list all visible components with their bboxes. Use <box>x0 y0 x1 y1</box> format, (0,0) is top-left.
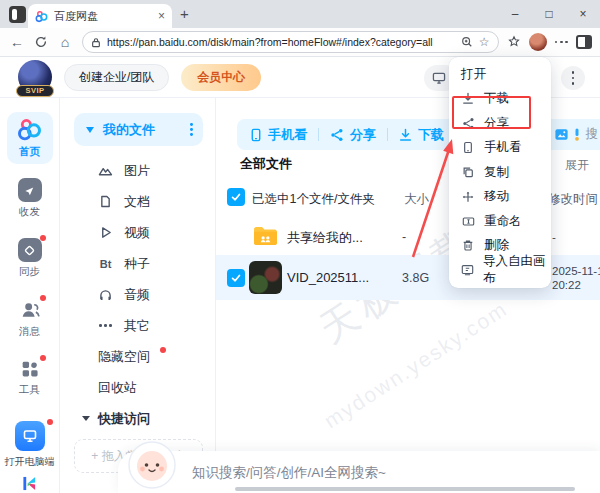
browser-tab[interactable]: 百度网盘 × <box>28 4 172 28</box>
column-header-modified[interactable]: 修改时间 <box>548 191 598 208</box>
video-icon <box>98 226 113 239</box>
menu-item-copy[interactable]: 复制 <box>449 160 551 185</box>
audio-icon <box>98 289 113 301</box>
nav-item-videos[interactable]: 视频 <box>74 217 203 248</box>
notification-dot <box>47 419 53 425</box>
chevron-down-icon <box>82 416 90 421</box>
menu-label: 手机看 <box>484 139 522 156</box>
expand-link[interactable]: 展开 <box>565 157 589 174</box>
new-tab-button[interactable]: + <box>180 5 189 22</box>
baidu-pan-logo-icon <box>17 117 42 142</box>
download-icon <box>461 92 475 105</box>
ai-mascot-icon <box>126 439 178 491</box>
rail-label-messages: 消息 <box>19 325 40 339</box>
nav-label: 种子 <box>124 255 150 273</box>
ai-search-placeholder[interactable]: 知识搜索/问答/创作/AI全网搜索~ <box>192 464 386 482</box>
shared-folder-icon <box>252 225 279 247</box>
url-text[interactable]: https://pan.baidu.com/disk/main?from=hom… <box>107 36 455 48</box>
phone-view-button[interactable]: 手机看 <box>250 126 307 144</box>
refresh-icon[interactable] <box>34 35 48 49</box>
rail-item-sync[interactable]: 同步 <box>7 233 53 284</box>
notification-dot <box>40 235 46 241</box>
nav-item-documents[interactable]: 文档 <box>74 186 203 217</box>
rail-item-messages[interactable]: 消息 <box>7 293 53 344</box>
rail-bottom: 打开电脑端 <box>5 421 55 493</box>
rail-item-tools[interactable]: 工具 <box>7 353 53 402</box>
my-files-more-icon[interactable] <box>190 123 193 136</box>
member-center-button[interactable]: 会员中心 <box>181 64 261 91</box>
nav-item-audio[interactable]: 音频 <box>74 279 203 310</box>
vip-search-icon[interactable] <box>573 127 581 142</box>
bt-icon: Bt <box>98 258 113 270</box>
image-search-icon[interactable] <box>554 127 569 142</box>
nav-my-files[interactable]: 我的文件 <box>74 113 203 146</box>
home-icon[interactable]: ⌂ <box>56 34 74 50</box>
user-avatar[interactable]: SVIP <box>18 60 52 94</box>
file-modified: - <box>552 230 556 244</box>
file-size: 3.8G <box>402 271 429 285</box>
back-icon[interactable]: ← <box>8 34 26 50</box>
menu-item-rename[interactable]: 重命名 <box>449 209 551 234</box>
create-team-button[interactable]: 创建企业/团队 <box>64 64 169 91</box>
open-pc-client-icon[interactable] <box>15 421 45 451</box>
favorite-star-icon[interactable]: ☆ <box>479 35 490 49</box>
file-name[interactable]: 共享给我的... <box>287 229 363 247</box>
nav-item-others[interactable]: 其它 <box>74 310 203 341</box>
nav-label: 音频 <box>124 286 150 304</box>
download-icon <box>399 128 412 142</box>
nav-item-torrents[interactable]: Bt 种子 <box>74 248 203 279</box>
trash-icon <box>461 239 475 252</box>
file-name[interactable]: VID_202511... <box>287 270 369 285</box>
baidu-pan-favicon <box>35 10 48 23</box>
menu-item-open[interactable]: 打开 <box>449 62 551 87</box>
rail-item-transfer[interactable]: 收发 <box>7 173 53 224</box>
select-all-checkbox[interactable] <box>227 188 245 206</box>
menu-item-move[interactable]: 移动 <box>449 185 551 210</box>
maximize-button[interactable]: □ <box>532 0 566 28</box>
nav-label: 图片 <box>124 162 150 180</box>
modified-time: 20:22 <box>552 279 581 291</box>
collections-icon[interactable] <box>507 35 521 49</box>
menu-item-share[interactable]: 分享 <box>449 111 551 136</box>
share-button[interactable]: 分享 <box>330 126 376 144</box>
separator <box>387 128 388 141</box>
copy-icon <box>461 166 475 178</box>
send-receive-icon <box>18 178 42 202</box>
download-button[interactable]: 下载 <box>399 126 444 144</box>
menu-label: 打开 <box>461 66 486 83</box>
address-bar[interactable]: https://pan.baidu.com/disk/main?from=hom… <box>82 31 499 53</box>
search-input[interactable]: 搜 <box>586 126 599 143</box>
nav-item-hidden-space[interactable]: 隐藏空间 <box>74 341 203 372</box>
menu-item-phone-view[interactable]: 手机看 <box>449 136 551 161</box>
menu-item-download[interactable]: 下载 <box>449 87 551 112</box>
zoom-page-icon[interactable] <box>461 36 473 48</box>
workspaces-icon[interactable] <box>9 6 26 23</box>
menu-label: 删除 <box>484 237 509 254</box>
quick-access-label: 快捷访问 <box>98 410 150 428</box>
sidebar-toggle-icon[interactable] <box>576 35 592 49</box>
minimize-button[interactable]: – <box>498 0 532 28</box>
phone-view-label: 手机看 <box>268 126 307 144</box>
nav-quick-access[interactable]: 快捷访问 <box>74 403 203 434</box>
close-button[interactable]: × <box>566 0 600 28</box>
share-label: 分享 <box>350 126 376 144</box>
tab-close-icon[interactable]: × <box>158 10 165 22</box>
menu-item-import-canvas[interactable]: 导入自由画布 <box>449 258 551 283</box>
row-checkbox[interactable] <box>227 269 245 287</box>
chevron-down-icon <box>86 127 94 133</box>
column-header-size[interactable]: 大小 <box>404 191 429 208</box>
tab-title: 百度网盘 <box>54 9 152 24</box>
share-icon <box>330 128 344 142</box>
rail-label-home: 首页 <box>19 145 40 159</box>
browser-titlebar: 百度网盘 × + – □ × <box>0 0 600 28</box>
page-more-button[interactable] <box>561 66 585 90</box>
browser-menu-icon[interactable] <box>555 41 568 44</box>
rail-item-home[interactable]: 首页 <box>7 112 53 164</box>
browser-profile-avatar[interactable] <box>529 33 547 51</box>
horizontal-scrollbar[interactable] <box>235 487 575 491</box>
svip-badge: SVIP <box>16 85 54 97</box>
nav-item-recycle-bin[interactable]: 回收站 <box>74 372 203 403</box>
nav-item-pictures[interactable]: 图片 <box>74 155 203 186</box>
move-icon <box>461 191 475 203</box>
canvas-icon <box>461 264 474 276</box>
